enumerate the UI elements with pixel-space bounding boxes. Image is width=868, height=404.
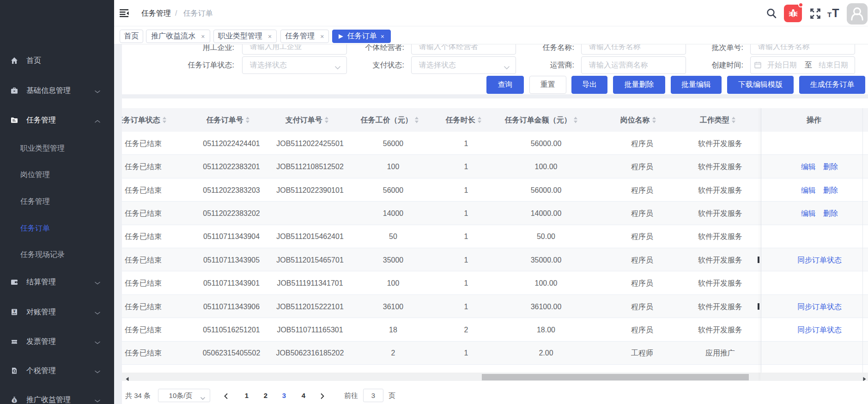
svg-text:¥: ¥	[13, 309, 16, 313]
